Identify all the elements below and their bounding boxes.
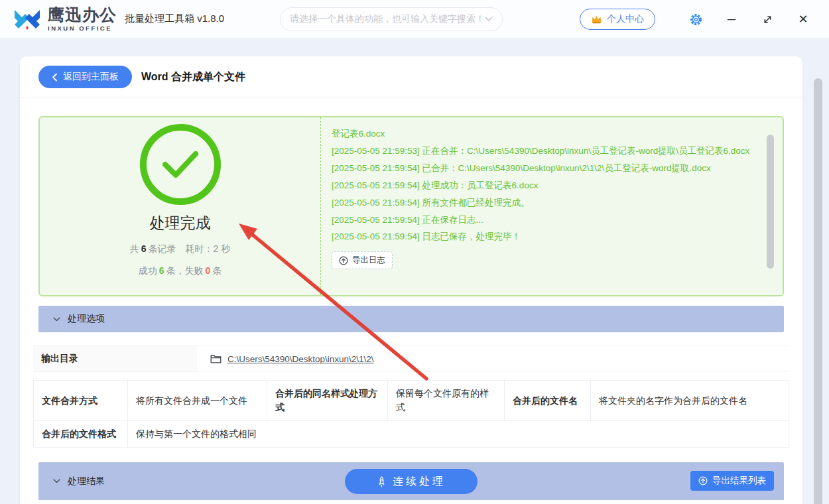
- app-logo: 鹰迅办公 INXUN OFFICE: [12, 5, 117, 33]
- page-header: 返回到主面板 Word 合并成单个文件: [20, 56, 802, 97]
- tool-card: 返回到主面板 Word 合并成单个文件 处理完成 共6条记录耗时：2 秒 成功6…: [20, 56, 802, 504]
- back-button-label: 返回到主面板: [63, 71, 119, 83]
- merge-mode-label: 文件合并方式: [34, 381, 128, 421]
- upload-icon: [698, 476, 708, 485]
- success-check-icon: [140, 124, 221, 205]
- output-dir-link[interactable]: C:\Users\54390\Desktop\inxun\2\1\2\: [227, 354, 374, 364]
- user-center-button[interactable]: 个人中心: [580, 9, 655, 30]
- rocket-icon: [377, 476, 387, 487]
- success-count: 6: [159, 265, 164, 276]
- elapsed-time: 耗时：2 秒: [186, 243, 231, 254]
- brand-name: 鹰迅办公: [48, 7, 117, 23]
- settings-button[interactable]: [686, 9, 706, 29]
- format-value: 保持与第一个文件的格式相同: [128, 421, 789, 448]
- brand-x-icon: [12, 5, 42, 33]
- restore-button[interactable]: [757, 9, 777, 29]
- export-log-label: 导出日志: [352, 255, 385, 266]
- folder-icon: [210, 354, 222, 363]
- log-lines: 登记表6.docx[2025-05-05 21:59:53] 正在合并：C:\U…: [332, 125, 752, 245]
- log-line: [2025-05-05 21:59:54] 日志已保存，处理完毕！: [332, 228, 752, 245]
- filename-value: 将文件夹的名字作为合并后的文件名: [591, 381, 789, 421]
- back-to-dashboard-button[interactable]: 返回到主面板: [38, 66, 132, 88]
- upload-icon: [339, 256, 348, 265]
- minimize-icon: ─: [728, 14, 735, 25]
- options-body: 输出目录 C:\Users\54390\Desktop\inxun\2\1\2\…: [20, 332, 802, 448]
- main-scrollbar[interactable]: [814, 78, 822, 504]
- log-scrollbar[interactable]: [767, 135, 774, 269]
- export-log-button[interactable]: 导出日志: [332, 251, 393, 269]
- minimize-button[interactable]: ─: [722, 9, 741, 29]
- log-line: [2025-05-05 21:59:54] 所有文件都已经处理完成。: [332, 194, 752, 212]
- gear-icon: [690, 13, 702, 26]
- format-label: 合并后的文件格式: [34, 421, 128, 448]
- total-count: 6: [141, 243, 147, 254]
- close-button[interactable]: ✕: [793, 9, 813, 29]
- style-mode-label: 合并后的同名样式处理方式: [267, 381, 388, 421]
- chevron-down-icon: [485, 17, 493, 22]
- close-icon: ✕: [798, 13, 808, 25]
- log-line: [2025-05-05 21:59:54] 已合并：C:\Users\54390…: [332, 160, 752, 177]
- style-mode-value: 保留每个文件原有的样式: [388, 381, 505, 421]
- section-results-header[interactable]: 处理结果 连续处理 导出结果列表: [38, 462, 784, 500]
- process-log-panel: 登记表6.docx[2025-05-05 21:59:53] 正在合并：C:\U…: [321, 117, 783, 295]
- section-results-label: 处理结果: [68, 475, 105, 487]
- main-content: 返回到主面板 Word 合并成单个文件 处理完成 共6条记录耗时：2 秒 成功6…: [0, 38, 829, 504]
- chevron-down-icon: [53, 479, 60, 483]
- chevron-left-icon: [52, 73, 58, 82]
- resize-icon: [763, 15, 773, 25]
- crown-icon: [591, 15, 602, 24]
- chevron-down-icon: [53, 317, 60, 322]
- process-summary-panel: 处理完成 共6条记录耗时：2 秒 成功6条，失败0条 登记表6.docx[202…: [38, 116, 784, 296]
- summary-stats: 处理完成 共6条记录耗时：2 秒 成功6条，失败0条: [40, 117, 321, 295]
- merge-mode-value: 将所有文件合并成一个文件: [128, 381, 267, 421]
- status-title: 处理完成: [40, 213, 320, 233]
- function-search-select[interactable]: 请选择一个具体的功能，也可输入关键字搜索！: [280, 7, 503, 31]
- filename-label: 合并后的文件名: [505, 381, 591, 421]
- log-line: [2025-05-05 21:59:53] 正在合并：C:\Users\5439…: [332, 143, 752, 160]
- export-results-label: 导出结果列表: [712, 475, 766, 487]
- page-title: Word 合并成单个文件: [141, 70, 245, 84]
- continue-processing-button[interactable]: 连续处理: [345, 469, 478, 494]
- log-line: [2025-05-05 21:59:54] 处理成功：员工登记表6.docx: [332, 177, 752, 194]
- output-dir-row: 输出目录 C:\Users\54390\Desktop\inxun\2\1\2\: [33, 346, 789, 372]
- export-results-button[interactable]: 导出结果列表: [690, 471, 774, 491]
- log-line: [2025-05-05 21:59:54] 正在保存日志...: [332, 212, 752, 229]
- section-options-label: 处理选项: [68, 313, 105, 325]
- section-options-header[interactable]: 处理选项: [38, 306, 784, 332]
- fail-count: 0: [206, 265, 211, 276]
- titlebar: 鹰迅办公 INXUN OFFICE 批量处理工具箱 v1.8.0 请选择一个具体…: [0, 0, 829, 38]
- continue-button-label: 连续处理: [393, 475, 446, 489]
- record-stats: 共6条记录耗时：2 秒: [40, 243, 320, 255]
- search-placeholder: 请选择一个具体的功能，也可输入关键字搜索！: [290, 13, 485, 25]
- brand-subtitle: INXUN OFFICE: [48, 25, 117, 32]
- user-center-label: 个人中心: [607, 13, 644, 25]
- log-line: 登记表6.docx: [332, 125, 752, 143]
- app-title: 批量处理工具箱 v1.8.0: [125, 13, 224, 25]
- output-dir-label: 输出目录: [33, 346, 197, 371]
- options-table: 文件合并方式 将所有文件合并成一个文件 合并后的同名样式处理方式 保留每个文件原…: [33, 380, 789, 448]
- success-fail-stats: 成功6条，失败0条: [40, 265, 320, 277]
